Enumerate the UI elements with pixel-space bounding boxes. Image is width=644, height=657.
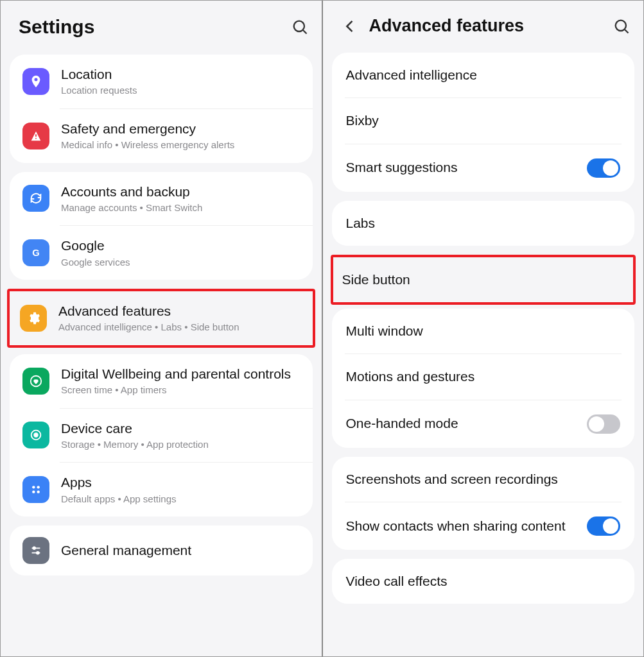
advanced-item-title: One-handed mode — [346, 415, 580, 432]
settings-item-subtitle: Google services — [61, 256, 300, 269]
settings-item-advanced-features[interactable]: Advanced features Advanced intelligence … — [10, 291, 313, 345]
settings-item-subtitle: Storage • Memory • App protection — [61, 438, 300, 451]
settings-item-subtitle: Location requests — [61, 84, 300, 97]
settings-item-title: Device care — [61, 420, 300, 437]
settings-item-title: Google — [61, 237, 300, 254]
advanced-features-highlight: Advanced features Advanced intelligence … — [7, 289, 315, 348]
settings-group: LocationLocation requestsSafety and emer… — [10, 55, 313, 163]
advanced-group: Advanced intelligenceBixbySmart suggesti… — [332, 53, 635, 192]
safety-icon — [22, 123, 49, 149]
advanced-item-labs[interactable]: Labs — [332, 201, 635, 246]
settings-group: Accounts and backupManage accounts • Sma… — [10, 172, 313, 280]
page-title: Settings — [19, 16, 281, 38]
settings-item-safety-and-emergency[interactable]: Safety and emergencyMedical info • Wirel… — [10, 109, 313, 163]
settings-item-subtitle: Medical info • Wireless emergency alerts — [61, 139, 300, 151]
settings-item-digital-wellbeing-and-parental-controls[interactable]: Digital Wellbeing and parental controlsS… — [10, 354, 313, 408]
page-title: Advanced features — [369, 16, 603, 36]
settings-group: Digital Wellbeing and parental controlsS… — [10, 354, 313, 516]
heart-circle-icon — [22, 368, 49, 395]
svg-point-0 — [293, 21, 304, 31]
svg-point-11 — [33, 547, 35, 550]
svg-point-6 — [32, 486, 35, 488]
settings-item-title: Safety and emergency — [61, 121, 300, 137]
advanced-item-screenshots-and-screen-recordings[interactable]: Screenshots and screen recordings — [332, 457, 635, 502]
device-care-icon — [22, 422, 49, 448]
advanced-item-smart-suggestions[interactable]: Smart suggestions — [332, 144, 635, 192]
svg-point-8 — [32, 491, 35, 493]
svg-line-15 — [625, 30, 628, 33]
advanced-item-title: Smart suggestions — [346, 159, 580, 176]
settings-item-title: Advanced features — [58, 303, 302, 320]
search-icon[interactable] — [291, 18, 309, 36]
settings-item-title: Location — [61, 66, 300, 83]
settings-item-apps[interactable]: AppsDefault apps • App settings — [10, 463, 313, 516]
search-icon[interactable] — [613, 17, 631, 35]
settings-item-google[interactable]: GGoogleGoogle services — [10, 226, 313, 280]
back-icon[interactable] — [341, 17, 359, 35]
toggle-one-handed-mode[interactable] — [587, 414, 620, 434]
settings-item-title: Accounts and backup — [61, 183, 300, 200]
advanced-item-title: Advanced intelligence — [346, 67, 621, 83]
google-icon: G — [22, 239, 49, 266]
advanced-item-advanced-intelligence[interactable]: Advanced intelligence — [332, 53, 635, 98]
settings-group: General management — [10, 525, 313, 576]
settings-item-accounts-and-backup[interactable]: Accounts and backupManage accounts • Sma… — [10, 172, 313, 226]
advanced-item-side-button[interactable]: Side button — [333, 257, 634, 302]
advanced-item-one-handed-mode[interactable]: One-handed mode — [332, 400, 635, 448]
advanced-item-title: Screenshots and screen recordings — [346, 471, 621, 488]
advanced-group: Multi windowMotions and gesturesOne-hand… — [332, 309, 635, 448]
settings-item-subtitle: Manage accounts • Smart Switch — [61, 201, 300, 214]
advanced-group: Video call effects — [332, 559, 635, 604]
advanced-item-motions-and-gestures[interactable]: Motions and gestures — [332, 354, 635, 399]
settings-item-subtitle: Default apps • App settings — [61, 493, 300, 506]
advanced-item-title: Side button — [342, 271, 625, 288]
location-icon — [22, 68, 49, 95]
advanced-item-video-call-effects[interactable]: Video call effects — [332, 559, 635, 604]
sliders-icon — [22, 537, 49, 564]
svg-point-7 — [37, 486, 39, 488]
svg-text:G: G — [32, 248, 39, 258]
advanced-item-title: Labs — [346, 215, 621, 232]
settings-item-title: Digital Wellbeing and parental controls — [61, 366, 300, 382]
settings-header: Settings — [1, 1, 322, 51]
advanced-item-title: Video call effects — [346, 573, 621, 590]
advanced-item-show-contacts-when-sharing-content[interactable]: Show contacts when sharing content — [332, 502, 635, 550]
advanced-item-multi-window[interactable]: Multi window — [332, 309, 635, 354]
advanced-group: Labs — [332, 201, 635, 246]
svg-point-14 — [616, 20, 626, 30]
settings-item-title: Apps — [61, 474, 300, 491]
settings-item-subtitle: Advanced intelligence • Labs • Side butt… — [58, 321, 302, 334]
side-button-highlight: Side button — [331, 255, 636, 305]
sync-icon — [22, 185, 49, 212]
advanced-item-title: Multi window — [346, 323, 621, 339]
advanced-item-title: Bixby — [346, 112, 621, 129]
toggle-show-contacts-when-sharing-content[interactable] — [587, 516, 620, 536]
svg-point-9 — [37, 491, 39, 493]
settings-item-location[interactable]: LocationLocation requests — [10, 55, 313, 108]
settings-item-title: General management — [61, 542, 300, 559]
advanced-item-bixby[interactable]: Bixby — [332, 98, 635, 143]
apps-icon — [22, 476, 49, 503]
settings-item-subtitle: Screen time • App timers — [61, 384, 300, 397]
advanced-item-title: Show contacts when sharing content — [346, 518, 580, 534]
advanced-features-header: Advanced features — [323, 1, 644, 49]
settings-item-general-management[interactable]: General management — [10, 525, 313, 576]
advanced-group: Screenshots and screen recordingsShow co… — [332, 457, 635, 550]
advanced-features-panel: Advanced features Advanced intelligenceB… — [323, 1, 644, 656]
settings-panel: Settings LocationLocation requestsSafety… — [1, 1, 323, 656]
gear-icon — [20, 305, 47, 332]
svg-point-5 — [34, 434, 38, 438]
toggle-smart-suggestions[interactable] — [587, 158, 620, 178]
svg-line-1 — [303, 30, 306, 33]
settings-item-device-care[interactable]: Device careStorage • Memory • App protec… — [10, 409, 313, 463]
svg-point-13 — [37, 552, 39, 554]
advanced-item-title: Motions and gestures — [346, 368, 621, 385]
